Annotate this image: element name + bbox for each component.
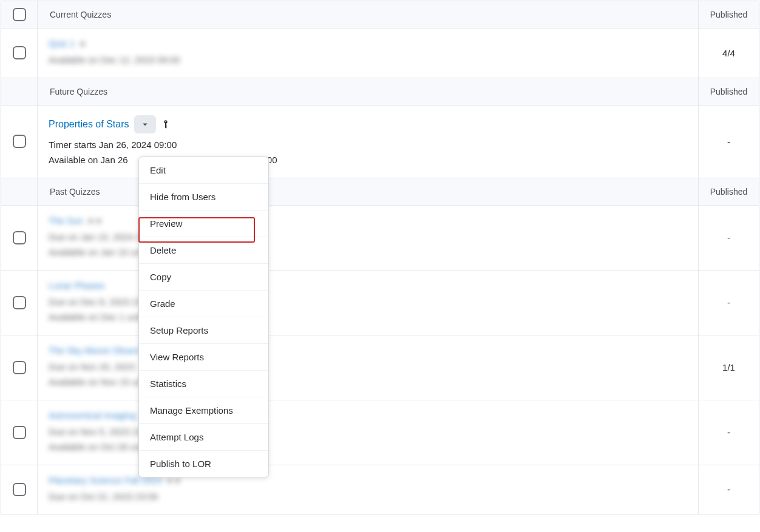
quiz-link[interactable]: The Sun <box>49 215 83 226</box>
quiz-link[interactable]: Quiz 1 <box>49 38 75 49</box>
menu-item-copy[interactable]: Copy <box>139 264 268 291</box>
menu-item-grade[interactable]: Grade <box>139 291 268 317</box>
section-title: Current Quizzes <box>38 1 698 28</box>
quiz-status: 4/4 <box>698 29 759 78</box>
quiz-status: - <box>698 206 759 270</box>
quiz-row-properties-of-stars: Properties of Stars Timer starts Jan 26,… <box>1 106 759 178</box>
section-status-header: Published <box>698 78 759 105</box>
menu-item-attempt-logs[interactable]: Attempt Logs <box>139 424 268 451</box>
section-header-past: Past Quizzes Published <box>1 178 759 206</box>
menu-item-setup-reports[interactable]: Setup Reports <box>139 317 268 344</box>
quiz-status: - <box>698 271 759 335</box>
quiz-status: - <box>698 465 759 514</box>
quiz-link[interactable]: The Sky Above Observer <box>49 345 150 355</box>
quiz-actions-dropdown-button[interactable] <box>134 115 156 133</box>
quiz-checkbox[interactable] <box>13 361 26 374</box>
quiz-meta: Due on Oct 22, 2023 23:59 <box>49 489 687 505</box>
quiz-status: - <box>698 106 759 178</box>
quiz-row: Quiz 1 ■ Available on Dec 12, 2023 09:00… <box>1 29 759 78</box>
menu-item-delete[interactable]: Delete <box>139 237 268 264</box>
quiz-link[interactable]: Properties of Stars <box>49 119 129 130</box>
quiz-checkbox[interactable] <box>13 135 26 148</box>
quiz-row: Astronomical Imaging Due on Nov 5, 2023 … <box>1 400 759 465</box>
quiz-timer-start: Timer starts Jan 26, 2024 09:00 <box>49 137 687 153</box>
quiz-meta: Available on Dec 12, 2023 09:00 <box>49 52 687 68</box>
quiz-status: - <box>698 400 759 465</box>
key-icon <box>161 119 171 130</box>
menu-item-manage-exemptions[interactable]: Manage Exemptions <box>139 397 268 424</box>
section-title: Past Quizzes <box>38 178 698 205</box>
section-header-current: Current Quizzes Published <box>1 1 759 29</box>
quiz-row: Planetary Science Fall 2023 ■ ■ Due on O… <box>1 465 759 514</box>
quiz-row: Lunar Phases Due on Dec 8, 2023 23:59 Av… <box>1 271 759 335</box>
section-status-header: Published <box>698 178 759 205</box>
menu-item-publish-to-lor[interactable]: Publish to LOR <box>139 451 268 477</box>
quiz-checkbox[interactable] <box>13 296 26 309</box>
quiz-flag: ■ <box>80 38 85 49</box>
menu-item-statistics[interactable]: Statistics <box>139 371 268 397</box>
checkbox-cell <box>1 1 38 28</box>
menu-item-hide-from-users[interactable]: Hide from Users <box>139 184 268 210</box>
quiz-link[interactable]: Lunar Phases <box>49 280 105 291</box>
section-header-future: Future Quizzes Published <box>1 78 759 106</box>
menu-list[interactable]: Edit Hide from Users Preview Delete Copy… <box>139 157 268 477</box>
quiz-link[interactable]: Astronomical Imaging <box>49 410 136 420</box>
quiz-checkbox[interactable] <box>13 483 26 496</box>
quiz-row: The Sun ■ ■ Due on Jan 15, 2024 23:59 Av… <box>1 206 759 271</box>
section-title: Future Quizzes <box>38 78 698 105</box>
quiz-row: The Sky Above Observer Due on Nov 20, 20… <box>1 335 759 400</box>
select-all-current-checkbox[interactable] <box>13 8 26 21</box>
quiz-actions-menu: Edit Hide from Users Preview Delete Copy… <box>138 157 269 477</box>
quiz-checkbox[interactable] <box>13 46 26 59</box>
menu-item-preview[interactable]: Preview <box>139 210 268 237</box>
quiz-status: 1/1 <box>698 335 759 400</box>
section-status-header: Published <box>698 1 759 28</box>
quiz-list-panel: Current Quizzes Published Quiz 1 ■ Avail… <box>1 1 759 514</box>
quiz-checkbox[interactable] <box>13 231 26 244</box>
quiz-checkbox[interactable] <box>13 426 26 439</box>
chevron-down-icon <box>140 119 151 130</box>
menu-item-view-reports[interactable]: View Reports <box>139 344 268 371</box>
menu-item-edit[interactable]: Edit <box>139 157 268 184</box>
